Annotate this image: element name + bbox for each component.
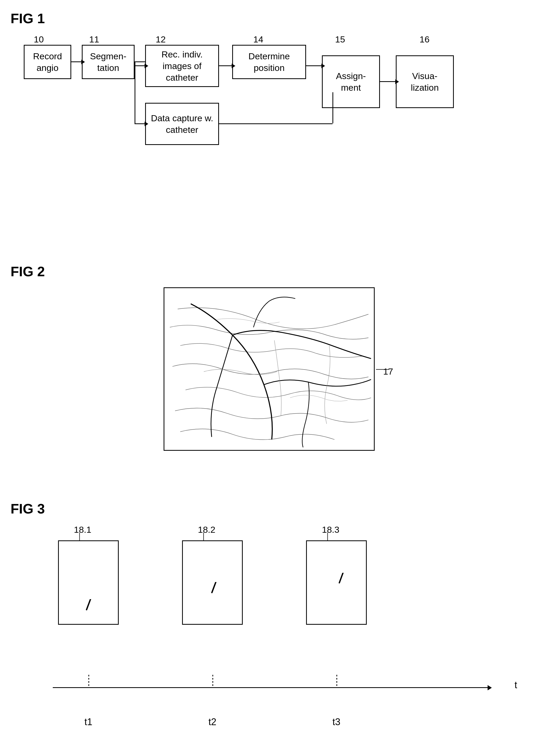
- frame-18-1: [58, 541, 119, 625]
- ref-18-3: 18.3: [322, 525, 339, 535]
- fig1-label: FIG 1: [11, 11, 528, 26]
- arrow-11-13-h: [134, 123, 145, 124]
- ref-15: 15: [335, 34, 345, 45]
- frame-18-3: [306, 541, 367, 625]
- ref-14: 14: [253, 34, 263, 45]
- tick-label-t3: t3: [333, 717, 340, 728]
- tick-label-t1: t1: [84, 717, 92, 728]
- arrow-15-16: [380, 81, 396, 82]
- leader-18-3: [327, 533, 328, 541]
- node-data-capture: Data capture w. catheter: [145, 103, 219, 145]
- arrow-11-12-h1: [134, 62, 145, 62]
- arrow-11-12-h2: [134, 66, 145, 66]
- angio-svg: [164, 288, 374, 450]
- arrow-10-11: [71, 62, 82, 62]
- ref-12: 12: [156, 34, 166, 45]
- node-rec-indiv: Rec. indiv. images of catheter: [145, 45, 219, 87]
- leader-18-1: [79, 533, 80, 541]
- frame-18-2: [182, 541, 243, 625]
- timeline: [53, 687, 488, 688]
- ref-18-1: 18.1: [74, 525, 91, 535]
- catheter-mark-1: [85, 599, 96, 612]
- arrow-13-15-h: [219, 123, 333, 124]
- fig3-label: FIG 3: [11, 501, 528, 517]
- node-assignment: Assign- ment: [322, 55, 380, 108]
- svg-line-4: [212, 582, 216, 592]
- node-determine-pos: Determine position: [232, 45, 306, 79]
- fig2-section: FIG 2: [11, 263, 528, 452]
- arrow-12-14: [219, 66, 232, 66]
- ref17-line: [376, 369, 389, 370]
- ref-18-2: 18.2: [198, 525, 215, 535]
- ref-10: 10: [34, 34, 44, 45]
- svg-line-6: [339, 573, 343, 583]
- arrow-14-15: [306, 66, 322, 66]
- fig3-section: FIG 3 18.1 18.2 18.3: [11, 501, 528, 709]
- fig1-section: FIG 1 10 11 12 14 15 16 13 Record angio …: [11, 11, 528, 171]
- tick-t1: [88, 675, 89, 688]
- flowchart: 10 11 12 14 15 16 13 Record angio Segmen…: [16, 34, 517, 171]
- catheter-frames-container: 18.1 18.2 18.3: [53, 525, 501, 709]
- arrow-13-15-v: [333, 92, 333, 123]
- catheter-mark-2: [211, 582, 221, 595]
- leader-18-2: [203, 533, 204, 541]
- ref-11: 11: [89, 34, 99, 45]
- t-axis-label: t: [514, 680, 517, 690]
- tick-t2: [212, 675, 213, 688]
- tick-t3: [336, 675, 337, 688]
- node-segmentation: Segmen- tation: [82, 45, 134, 79]
- ref-17: 17: [383, 366, 393, 377]
- svg-line-2: [86, 599, 90, 610]
- node-visualization: Visua- lization: [396, 55, 454, 108]
- ref-16: 16: [419, 34, 430, 45]
- tick-label-t2: t2: [208, 717, 216, 728]
- node-record-angio: Record angio: [24, 45, 71, 79]
- catheter-mark-3: [337, 573, 348, 586]
- fig2-label: FIG 2: [11, 263, 528, 279]
- angio-image: [164, 287, 375, 451]
- arrow-11-12-v: [134, 62, 135, 124]
